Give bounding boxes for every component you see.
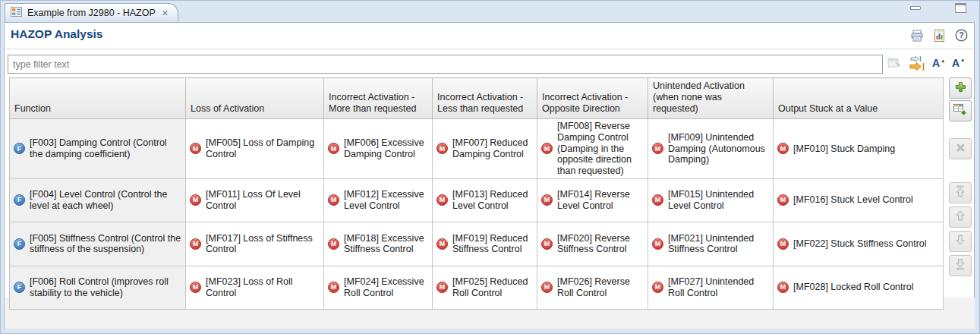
malfunction-label: [MF023] Loss of Roll Control [206,276,320,299]
expand-selection-icon[interactable] [909,55,926,74]
malfunction-label: [MF020] Reverse Stiffness Control [557,233,644,256]
add-button[interactable] [949,77,972,99]
function-label: [F003] Damping Control (Control the damp… [30,137,181,160]
malfunction-label: [MF025] Reduced Roll Control [452,276,533,299]
malfunction-cell[interactable]: M [MF015] Unintended Level Control [648,178,774,222]
table-row: F [F006] Roll Control (improves roll sta… [10,266,944,309]
malfunction-cell[interactable]: M [MF011] Loss Of Level Control [186,178,324,222]
malfunction-icon: M [328,238,339,250]
malfunction-cell[interactable]: M [MF018] Excessive Stiffness Control [324,222,433,266]
malfunction-cell[interactable]: M [MF016] Stuck Level Control [774,178,944,222]
clear-filter-icon [887,57,901,72]
malfunction-icon: M [541,194,553,206]
malfunction-icon: M [777,194,789,206]
add-multiple-button[interactable] [949,100,972,121]
move-up-button [949,206,972,228]
add-plus-icon [955,81,966,96]
maximize-button[interactable] [955,3,966,13]
malfunction-cell[interactable]: M [MF012] Excessive Level Control [324,178,433,222]
malfunction-label: [MF022] Stuck Stiffness Control [793,238,927,250]
malfunction-label: [MF014] Reverse Level Control [557,189,644,212]
malfunction-label: [MF016] Stuck Level Control [793,194,913,206]
report-icon[interactable] [932,29,946,42]
help-glyph: ? [959,31,963,39]
column-header-stuck[interactable]: Output Stuck at a Value [774,78,944,119]
malfunction-cell[interactable]: M [MF007] Reduced Damping Control [433,119,537,179]
malfunction-cell[interactable]: M [MF005] Loss of Damping Control [186,119,324,179]
malfunction-cell[interactable]: M [MF024] Excessive Roll Control [324,266,433,309]
function-cell[interactable]: F [F005] Stiffness Control (Control the … [10,222,186,266]
hazop-table-icon [11,6,23,20]
table-row: F [F005] Stiffness Control (Control the … [10,222,944,266]
malfunction-label: [MF006] Excessive Damping Control [344,137,428,160]
delete-button [949,138,972,159]
column-header-more[interactable]: Incorrect Activation - More than request… [324,78,433,119]
malfunction-icon: M [652,238,663,250]
help-icon[interactable]: ? [954,29,968,42]
malfunction-cell[interactable]: M [MF017] Loss of Stiffness Control [186,222,324,266]
malfunction-cell[interactable]: M [MF027] Unintended Roll Control [648,266,774,309]
malfunction-cell[interactable]: M [MF008] Reverse Damping Control (Dampi… [537,119,648,179]
column-header-loss[interactable]: Loss of Activation [186,78,324,119]
function-icon: F [14,238,25,250]
column-header-unintended[interactable]: Unintended Activation (when none was req… [648,78,774,119]
function-label: [F004] Level Control (Control the level … [30,189,181,212]
malfunction-icon: M [190,194,201,206]
column-header-opposite[interactable]: Incorrect Activation - Opposite Directio… [537,78,648,119]
column-header-less[interactable]: Incorrect Activation - Less than request… [433,78,537,119]
malfunction-label: [MF005] Loss of Damping Control [206,137,320,160]
increase-font-icon[interactable]: A▲ [932,56,945,70]
hazop-view-panel: HAZOP Analysis ? [4,22,975,329]
malfunction-cell[interactable]: M [MF025] Reduced Roll Control [433,266,537,309]
malfunction-cell[interactable]: M [MF023] Loss of Roll Control [186,266,324,309]
table-header-row: Function Loss of Activation Incorrect Ac… [10,78,944,119]
move-down-icon [954,234,966,249]
minimize-button[interactable] [910,6,921,10]
malfunction-cell[interactable]: M [MF009] Unintended Damping (Autonomous… [648,119,774,179]
tab-close-icon[interactable]: ✕ [160,8,169,18]
malfunction-cell[interactable]: M [MF028] Locked Roll Control [774,266,944,309]
function-cell[interactable]: F [F004] Level Control (Control the leve… [10,178,186,222]
decrease-font-icon[interactable]: A▼ [952,56,965,70]
malfunction-icon: M [190,282,201,293]
function-cell[interactable]: F [F006] Roll Control (improves roll sta… [10,266,186,309]
malfunction-label: [MF008] Reverse Damping Control (Damping… [557,121,644,177]
print-icon[interactable] [910,29,924,42]
function-icon: F [14,194,25,206]
malfunction-cell[interactable]: M [MF019] Reduced Stiffness Control [433,222,537,266]
malfunction-cell[interactable]: M [MF013] Reduced Level Control [433,178,537,222]
malfunction-label: [MF026] Reverse Roll Control [557,276,644,299]
malfunction-cell[interactable]: M [MF020] Reverse Stiffness Control [537,222,648,266]
function-icon: F [14,143,25,154]
function-icon: F [14,282,25,293]
malfunction-cell[interactable]: M [MF026] Reverse Roll Control [537,266,648,309]
malfunction-cell[interactable]: M [MF010] Stuck Damping [774,119,944,179]
table-row: F [F003] Damping Control (Control the da… [10,119,944,179]
malfunction-icon: M [328,194,339,206]
malfunction-icon: M [436,238,448,250]
malfunction-icon: M [652,194,663,206]
function-cell[interactable]: F [F003] Damping Control (Control the da… [10,119,186,179]
editor-tab[interactable]: Example from J2980 - HAZOP ✕ [5,3,178,22]
malfunction-label: [MF010] Stuck Damping [793,143,895,155]
page-title: HAZOP Analysis [11,27,102,41]
move-first-button [949,182,972,203]
move-last-button [949,255,972,276]
malfunction-label: [MF019] Reduced Stiffness Control [452,233,533,256]
malfunction-label: [MF018] Excessive Stiffness Control [344,233,428,256]
malfunction-icon: M [541,282,553,293]
malfunction-icon: M [328,282,339,293]
move-down-button [949,231,972,252]
malfunction-icon: M [190,143,201,154]
malfunction-cell[interactable]: M [MF006] Excessive Damping Control [324,119,433,179]
malfunction-cell[interactable]: M [MF021] Unintended Stiffness Control [648,222,774,266]
malfunction-icon: M [777,143,789,154]
filter-input[interactable] [8,55,883,74]
malfunction-icon: M [652,282,663,293]
move-up-icon [954,210,966,225]
column-header-function[interactable]: Function [10,78,186,119]
malfunction-label: [MF015] Unintended Level Control [668,189,769,212]
malfunction-cell[interactable]: M [MF014] Reverse Level Control [537,178,648,222]
malfunction-cell[interactable]: M [MF022] Stuck Stiffness Control [774,222,944,266]
move-last-icon [954,258,966,273]
